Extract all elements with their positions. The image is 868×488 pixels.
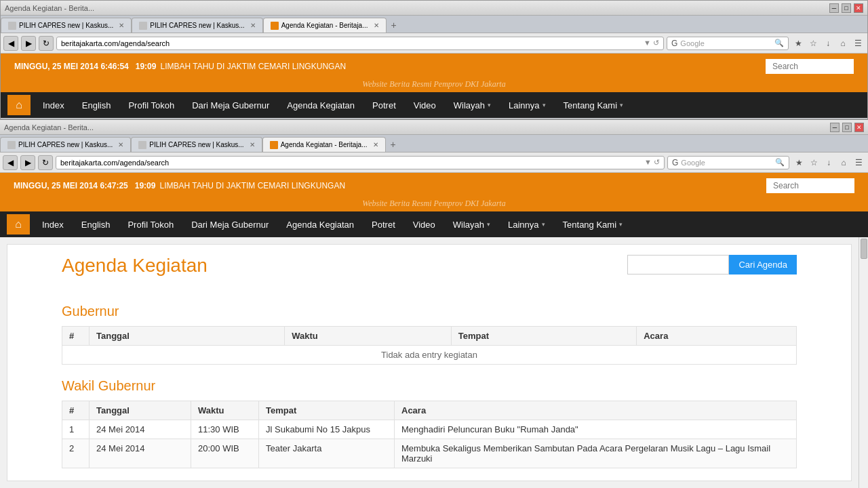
col-waktu-wg: Waktu — [191, 401, 259, 420]
browser-search-1[interactable]: G Google 🔍 — [667, 37, 789, 50]
nav-agenda-1[interactable]: Agenda Kegiatan — [279, 96, 363, 115]
nav2-profil[interactable]: Profil Tokoh — [119, 216, 182, 234]
tab2-close-kaskus1[interactable]: ✕ — [118, 141, 123, 148]
nav2-meja[interactable]: Dari Meja Gubernur — [183, 216, 277, 234]
empty-msg-gubernur: Tidak ada entry kegiatan — [62, 346, 797, 365]
browser-search-2[interactable]: G Google 🔍 — [667, 156, 789, 169]
wagub-waktu-1: 11:30 WIB — [191, 420, 259, 439]
search-area-2 — [766, 178, 854, 193]
browser-search-label-1: Google — [680, 39, 704, 47]
tab-label-kaskus2: PILIH CAPRES new | Kaskus... — [150, 22, 244, 29]
maximize-btn-1[interactable]: □ — [842, 3, 851, 13]
nav-english-1[interactable]: English — [74, 96, 119, 115]
tab2-label-kaskus1: PILIH CAPRES new | Kaskus... — [18, 141, 113, 148]
minimize-btn-2[interactable]: ─ — [830, 123, 840, 132]
tab-2-kaskus1[interactable]: PILIH CAPRES new | Kaskus... ✕ — [0, 137, 131, 152]
tab2-label-agenda: Agenda Kegiatan - Beritaja... — [281, 141, 368, 148]
bookmarks-icon-1[interactable]: ☆ — [806, 37, 820, 50]
search-input-2[interactable] — [766, 178, 854, 193]
home-icon-2[interactable]: ⌂ — [837, 156, 850, 169]
url-text-1: beritajakarta.com/agenda/search — [61, 39, 170, 47]
wagub-num-2: 2 — [62, 439, 90, 468]
nav-meja-1[interactable]: Dari Meja Gubernur — [184, 96, 277, 115]
tab-label-agenda1: Agenda Kegiatan - Beritaja... — [281, 22, 368, 29]
home-nav-btn-1[interactable]: ⌂ — [7, 95, 31, 115]
back-btn-2[interactable]: ◀ — [3, 155, 18, 170]
tab-close-kaskus2[interactable]: ✕ — [250, 22, 256, 29]
home-icon-1[interactable]: ⌂ — [836, 37, 850, 50]
menu-icon-2[interactable]: ☰ — [852, 156, 865, 169]
col-acara-g: Acara — [637, 327, 797, 346]
tab-2-agenda[interactable]: Agenda Kegiatan - Beritaja... ✕ — [262, 137, 386, 152]
site-title-1: Website Berita Resmi Pemprov DKI Jakarta — [1, 79, 867, 92]
nav-video-1[interactable]: Video — [406, 96, 444, 115]
scrollbar-2[interactable] — [859, 237, 868, 488]
nav2-tentang[interactable]: Tentang Kami ▾ — [555, 216, 631, 234]
close-btn-1[interactable]: ✕ — [854, 3, 863, 13]
col-acara-wg: Acara — [395, 401, 797, 420]
bookmark-icon-2[interactable]: ★ — [792, 156, 806, 169]
nav2-video[interactable]: Video — [405, 216, 443, 234]
tab-1-kaskus2[interactable]: PILIH CAPRES new | Kaskus... ✕ — [132, 18, 262, 33]
second-browser-window: Agenda Kegiatan - Berita... ─ □ ✕ PILIH … — [0, 119, 868, 488]
nav-profil-1[interactable]: Profil Tokoh — [120, 96, 182, 115]
nav2-index[interactable]: Index — [34, 216, 72, 234]
url-text-2: beritajakarta.com/agenda/search — [60, 159, 169, 167]
title-bar-2: Agenda Kegiatan - Berita... ─ □ ✕ — [0, 120, 868, 135]
maximize-btn-2[interactable]: □ — [842, 123, 852, 132]
tab-1-kaskus1[interactable]: PILIH CAPRES new | Kaskus... ✕ — [1, 18, 132, 33]
wagub-num-1: 1 — [62, 420, 90, 439]
download-icon-1[interactable]: ↓ — [821, 37, 835, 50]
news-ticker-2: LIMBAH TAHU DI JAKTIM CEMARI LINGKUNGAN — [159, 181, 766, 190]
download-icon-2[interactable]: ↓ — [822, 156, 835, 169]
minimize-btn-1[interactable]: ─ — [829, 3, 839, 13]
tab-bar-2: PILIH CAPRES new | Kaskus... ✕ PILIH CAP… — [0, 135, 868, 152]
bookmark-icon-1[interactable]: ★ — [791, 37, 805, 50]
reload-btn-1[interactable]: ↻ — [39, 36, 54, 51]
wagub-tempat-2: Teater Jakarta — [259, 439, 395, 468]
nav-wilayah-1[interactable]: Wilayah ▾ — [446, 96, 499, 115]
nav-lainnya-1[interactable]: Lainnya ▾ — [500, 96, 554, 115]
menu-icon-1[interactable]: ☰ — [851, 37, 865, 50]
wagub-tanggal-2: 24 Mei 2014 — [90, 439, 191, 468]
agenda-search-input[interactable] — [627, 255, 729, 274]
tab-close-agenda1[interactable]: ✕ — [374, 22, 379, 29]
col-tempat-wg: Tempat — [259, 401, 395, 420]
nav-tentang-1[interactable]: Tentang Kami ▾ — [555, 96, 632, 115]
nav2-wilayah[interactable]: Wilayah ▾ — [445, 216, 498, 234]
tab-1-agenda[interactable]: Agenda Kegiatan - Beritaja... ✕ — [263, 18, 387, 33]
wagub-tempat-1: Jl Sukabumi No 15 Jakpus — [259, 420, 395, 439]
tab-favicon-kaskus2 — [139, 22, 147, 30]
nav-index-1[interactable]: Index — [35, 96, 73, 115]
nav-potret-1[interactable]: Potret — [364, 96, 404, 115]
search-area-1 — [766, 59, 854, 74]
tab-close-kaskus1[interactable]: ✕ — [119, 22, 124, 29]
new-tab-btn-2[interactable]: + — [386, 137, 401, 152]
gubernur-table: # Tanggal Waktu Tempat Acara Tidak ada e… — [62, 326, 797, 365]
orange-bar-1: MINGGU, 25 MEI 2014 6:46:54 19:09 LIMBAH… — [1, 54, 867, 79]
agenda-search-form: Cari Agenda — [627, 255, 797, 274]
nav2-english[interactable]: English — [73, 216, 119, 234]
news-ticker-1: LIMBAH TAHU DI JAKTIM CEMARI LINGKUNGAN — [160, 62, 766, 71]
forward-btn-2[interactable]: ▶ — [20, 155, 35, 170]
url-bar-2[interactable]: beritajakarta.com/agenda/search ▼ ↺ — [56, 156, 665, 169]
nav2-lainnya[interactable]: Lainnya ▾ — [500, 216, 553, 234]
forward-btn-1[interactable]: ▶ — [21, 36, 36, 51]
bookmarks-icon-2[interactable]: ☆ — [807, 156, 821, 169]
address-bar-2: ◀ ▶ ↻ beritajakarta.com/agenda/search ▼ … — [0, 152, 868, 173]
search-input-1[interactable] — [766, 59, 854, 74]
new-tab-btn-1[interactable]: + — [387, 18, 401, 33]
nav2-agenda[interactable]: Agenda Kegiatan — [278, 216, 362, 234]
home-nav-btn-2[interactable]: ⌂ — [7, 214, 30, 235]
back-btn-1[interactable]: ◀ — [3, 36, 18, 51]
nav2-potret[interactable]: Potret — [363, 216, 403, 234]
tab-2-kaskus2[interactable]: PILIH CAPRES new | Kaskus... ✕ — [131, 137, 262, 152]
tab2-close-agenda[interactable]: ✕ — [373, 141, 378, 148]
scrollbar-thumb-2[interactable] — [861, 239, 867, 259]
close-btn-2[interactable]: ✕ — [854, 123, 864, 132]
col-tanggal-wg: Tanggal — [90, 401, 191, 420]
url-bar-1[interactable]: beritajakarta.com/agenda/search ▼ ↺ — [56, 37, 664, 50]
tab2-close-kaskus2[interactable]: ✕ — [250, 141, 255, 148]
cari-agenda-button[interactable]: Cari Agenda — [729, 255, 797, 274]
reload-btn-2[interactable]: ↻ — [38, 155, 53, 170]
